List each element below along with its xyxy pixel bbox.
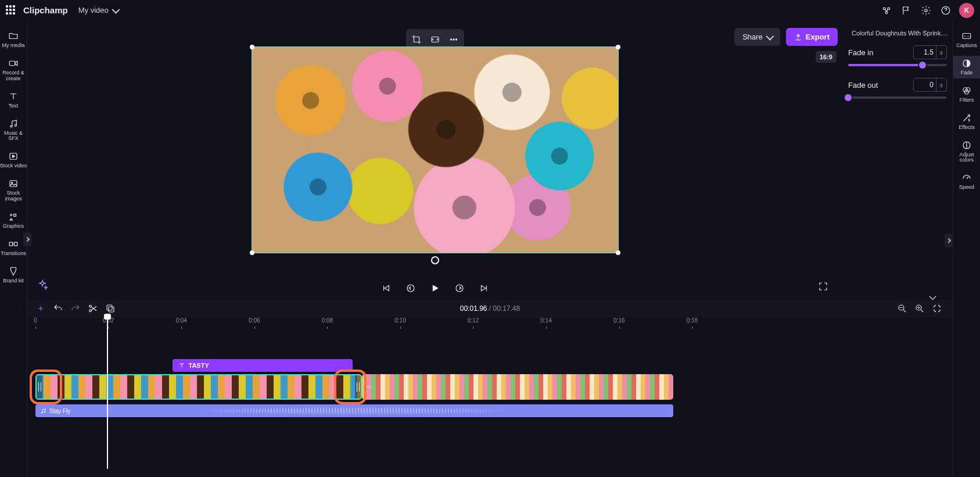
fade-out-unit: s bbox=[936, 78, 946, 91]
more-options-button[interactable] bbox=[446, 32, 461, 47]
crop-button[interactable] bbox=[409, 32, 424, 47]
rotate-handle[interactable] bbox=[431, 256, 439, 264]
fade-out-slider-thumb[interactable] bbox=[845, 94, 852, 101]
sidebar-brand-kit[interactable]: Brand kit bbox=[0, 264, 27, 286]
preview-image bbox=[252, 47, 618, 253]
ruler-tick: 0:04 bbox=[175, 317, 186, 324]
timeline-video-clip-2[interactable] bbox=[362, 374, 673, 400]
sidebar-text[interactable]: Text bbox=[0, 89, 27, 112]
svg-rect-31 bbox=[107, 305, 112, 310]
waveform bbox=[35, 404, 673, 417]
chevron-down-icon bbox=[112, 5, 120, 13]
stage: Share Export 16:9 bbox=[27, 23, 842, 300]
fade-out-label: Fade out bbox=[848, 81, 878, 89]
rightbar-effects[interactable]: Effects bbox=[953, 110, 981, 133]
project-name-dropdown[interactable]: My video bbox=[78, 6, 118, 15]
timecode: 00:01.96 / 00:17.48 bbox=[460, 304, 520, 313]
playhead[interactable] bbox=[107, 316, 108, 469]
svg-point-23 bbox=[450, 39, 451, 40]
add-track-button[interactable] bbox=[33, 301, 48, 316]
svg-rect-30 bbox=[109, 307, 114, 312]
ruler-tick: 0:12 bbox=[468, 317, 479, 324]
rightbar-captions[interactable]: Captions bbox=[953, 28, 981, 51]
sidebar-graphics[interactable]: Graphics bbox=[0, 209, 27, 232]
right-panel-collapse[interactable] bbox=[945, 234, 953, 248]
timecode-duration: 00:17.48 bbox=[493, 304, 520, 313]
timeline-collapse-button[interactable] bbox=[929, 293, 936, 300]
rightbar-speed[interactable]: Speed bbox=[953, 170, 981, 193]
rightbar-fade[interactable]: Fade bbox=[953, 56, 981, 78]
svg-point-7 bbox=[15, 124, 16, 126]
resize-handle-tr[interactable] bbox=[616, 45, 620, 49]
fit-button[interactable] bbox=[428, 32, 443, 47]
project-name-label: My video bbox=[78, 6, 109, 15]
timeline-text-clip[interactable]: TASTY bbox=[173, 359, 353, 372]
fade-in-label: Fade in bbox=[848, 48, 873, 57]
svg-rect-13 bbox=[9, 242, 12, 246]
svg-point-3 bbox=[925, 9, 928, 12]
user-avatar[interactable]: K bbox=[959, 3, 974, 18]
undo-button[interactable] bbox=[51, 301, 66, 316]
svg-point-26 bbox=[407, 285, 414, 292]
zoom-in-button[interactable] bbox=[912, 301, 927, 316]
timeline-ruler[interactable]: 00:020:040:060:080:100:120:140:160:18 bbox=[27, 317, 953, 330]
timeline-tracks[interactable]: TASTY Stay Fly bbox=[27, 336, 953, 477]
svg-rect-15 bbox=[963, 34, 971, 39]
ruler-tick: 0 bbox=[34, 317, 37, 324]
upload-icon bbox=[794, 33, 802, 41]
feedback-flag-icon[interactable] bbox=[896, 1, 916, 20]
rightbar-adjust-colors[interactable]: Adjust colors bbox=[953, 138, 981, 166]
help-icon[interactable] bbox=[936, 1, 956, 20]
resize-handle-br[interactable] bbox=[616, 250, 620, 255]
ruler-tick: 0:06 bbox=[249, 317, 260, 324]
text-icon bbox=[178, 362, 185, 369]
fade-in-slider-thumb[interactable] bbox=[919, 62, 926, 69]
volume-icon bbox=[365, 383, 374, 391]
ruler-tick: 0:18 bbox=[687, 317, 698, 324]
svg-point-6 bbox=[10, 125, 12, 127]
fade-in-input[interactable]: s bbox=[913, 45, 947, 59]
zoom-out-button[interactable] bbox=[895, 301, 910, 316]
app-launcher-icon[interactable] bbox=[6, 5, 16, 16]
split-button[interactable] bbox=[85, 301, 100, 316]
timeline-video-clip-1[interactable] bbox=[35, 374, 362, 400]
clip-trim-left[interactable] bbox=[37, 375, 42, 399]
ruler-tick: 0:16 bbox=[613, 317, 624, 324]
ruler-tick: 0:10 bbox=[394, 317, 405, 324]
svg-rect-14 bbox=[15, 242, 17, 246]
properties-panel-fade: Colorful Doughnuts With Sprink… Fade in … bbox=[842, 23, 953, 116]
settings-gear-icon[interactable] bbox=[916, 1, 936, 20]
rightbar-filters[interactable]: Filters bbox=[953, 83, 981, 106]
text-clip-label: TASTY bbox=[189, 362, 209, 369]
audio-clip-label: Stay Fly bbox=[49, 408, 70, 414]
share-button[interactable]: Share bbox=[734, 28, 780, 46]
export-button[interactable]: Export bbox=[786, 28, 838, 46]
redo-button[interactable] bbox=[68, 301, 83, 316]
resize-handle-tl[interactable] bbox=[250, 45, 254, 49]
svg-point-25 bbox=[455, 39, 457, 40]
fade-in-slider[interactable] bbox=[848, 64, 947, 66]
clip-trim-right[interactable] bbox=[355, 375, 361, 399]
sidebar-stock-video[interactable]: Stock video bbox=[0, 149, 27, 171]
ai-sparkle-button[interactable] bbox=[37, 279, 48, 293]
right-sidebar: Captions Fade Filters Effects Adjust col… bbox=[953, 20, 980, 477]
resize-handle-bl[interactable] bbox=[250, 250, 254, 255]
fullscreen-button[interactable] bbox=[816, 279, 831, 294]
fade-in-value[interactable] bbox=[914, 48, 936, 56]
sidebar-music-sfx[interactable]: Music & SFX bbox=[0, 116, 27, 145]
sidebar-stock-images[interactable]: Stock images bbox=[0, 176, 27, 205]
sidebar-my-media[interactable]: My media bbox=[0, 28, 27, 51]
fade-out-value[interactable] bbox=[914, 81, 936, 89]
svg-rect-12 bbox=[14, 214, 16, 217]
svg-rect-5 bbox=[9, 61, 15, 66]
fade-out-slider[interactable] bbox=[848, 96, 947, 99]
fade-out-input[interactable]: s bbox=[913, 78, 947, 92]
collaboration-icon[interactable] bbox=[877, 1, 896, 20]
timeline-audio-clip[interactable]: Stay Fly bbox=[35, 404, 673, 417]
preview-canvas[interactable] bbox=[252, 46, 619, 253]
sidebar-record-create[interactable]: Record & create bbox=[0, 56, 27, 84]
zoom-fit-button[interactable] bbox=[929, 301, 945, 316]
left-sidebar: My media Record & create Text Music & SF… bbox=[0, 20, 27, 477]
svg-point-27 bbox=[456, 285, 463, 292]
aspect-ratio-badge[interactable]: 16:9 bbox=[816, 51, 837, 63]
